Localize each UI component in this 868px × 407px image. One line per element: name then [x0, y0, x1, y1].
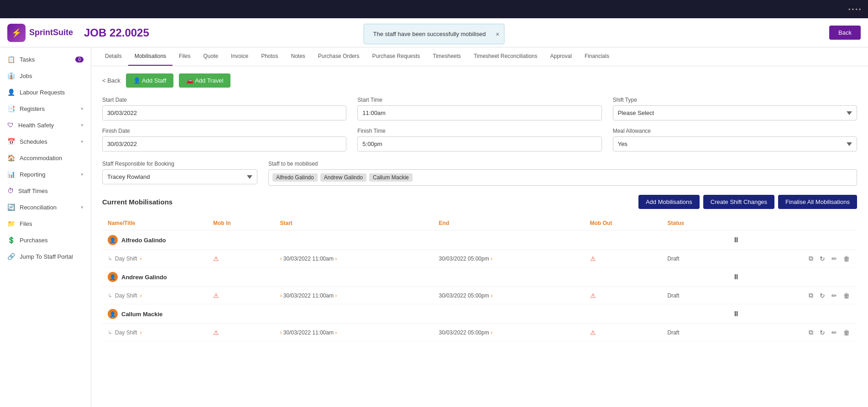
- refresh-button-0-0[interactable]: ↻: [818, 254, 827, 263]
- create-shift-changes-button[interactable]: Create Shift Changes: [703, 195, 774, 209]
- status-cell: Draft: [662, 287, 727, 304]
- sidebar-item-reporting[interactable]: 📊 Reporting ▾: [0, 166, 91, 183]
- reconciliation-chevron: ▾: [81, 204, 84, 210]
- reporting-icon: 📊: [7, 171, 15, 178]
- meal-allowance-select[interactable]: Yes: [613, 136, 857, 151]
- form-actions: < Back 👤 Add Staff 🚗 Add Travel: [102, 73, 857, 88]
- tab-approval[interactable]: Approval: [544, 47, 578, 66]
- jump-staff-portal-icon: 🔗: [7, 253, 15, 260]
- mob-out-warning-icon: ⚠: [590, 255, 596, 262]
- meal-allowance-label: Meal Allowance: [613, 128, 857, 134]
- delete-button-0-0[interactable]: 🗑: [842, 254, 852, 263]
- sidebar-item-registers[interactable]: 📑 Registers ▾: [0, 100, 91, 117]
- edit-button-0-0[interactable]: ✏: [830, 254, 839, 263]
- health-safety-chevron: ▾: [81, 122, 84, 128]
- sidebar-item-jobs[interactable]: 👔 Jobs: [0, 68, 91, 84]
- staff-responsible-label: Staff Responsible for Booking: [102, 161, 257, 167]
- finish-time-input[interactable]: [357, 136, 601, 151]
- shift-indent-arrow: ↳: [108, 292, 112, 299]
- staff-avatar-icon: 👤: [108, 272, 118, 282]
- shift-row-actions: ⧉ ↻ ✏ 🗑: [727, 324, 858, 341]
- copy-button-0-0[interactable]: ⧉: [807, 254, 815, 263]
- delete-button-2-0[interactable]: 🗑: [842, 328, 852, 337]
- sidebar-item-files[interactable]: 📁 Files: [0, 215, 91, 232]
- back-button-top[interactable]: Back: [829, 26, 861, 40]
- end-cell: 30/03/2022 05:00pm ›: [434, 324, 585, 341]
- col-actions: [727, 216, 858, 230]
- add-mobilisations-button[interactable]: Add Mobilisations: [638, 195, 700, 209]
- add-staff-button[interactable]: 👤 Add Staff: [126, 73, 173, 88]
- edit-button-2-0[interactable]: ✏: [830, 328, 839, 337]
- jobs-icon: 👔: [7, 72, 15, 79]
- schedules-chevron: ▾: [81, 139, 84, 145]
- start-chevron: ›: [280, 292, 282, 299]
- sidebar-item-labour-requests[interactable]: 👤 Labour Requests: [0, 84, 91, 100]
- schedules-icon: 📅: [7, 138, 15, 145]
- tab-purchase-requests[interactable]: Purchase Requests: [366, 47, 427, 66]
- finish-date-input[interactable]: [102, 136, 346, 151]
- shift-chevron-right: ›: [140, 329, 142, 336]
- notification-close[interactable]: ×: [496, 31, 499, 38]
- tab-details[interactable]: Details: [99, 47, 128, 66]
- start-time-input[interactable]: [357, 105, 601, 120]
- delete-button-1-0[interactable]: 🗑: [842, 291, 852, 300]
- section-actions: Add Mobilisations Create Shift Changes F…: [638, 195, 857, 209]
- col-name: Name/Title: [102, 216, 208, 230]
- mob-in-warning-icon: ⚠: [213, 255, 219, 262]
- mob-out-cell: ⚠: [585, 324, 662, 341]
- staff-avatar-icon: 👤: [108, 309, 118, 319]
- tab-mobilisations[interactable]: Mobilisations: [128, 47, 173, 66]
- end-chevron: ›: [491, 292, 492, 299]
- staff-name-cell: 👤 Callum Mackie: [102, 304, 727, 324]
- sidebar-item-reconciliation[interactable]: 🔄 Reconciliation ▾: [0, 199, 91, 215]
- refresh-button-2-0[interactable]: ↻: [818, 328, 827, 337]
- sidebar-item-accommodation[interactable]: 🏠 Accommodation: [0, 150, 91, 166]
- tab-timesheet-reconciliations[interactable]: Timesheet Reconciliations: [467, 47, 544, 66]
- shift-type-select[interactable]: Please Select: [613, 105, 857, 120]
- job-title: JOB 22.0025: [84, 26, 149, 39]
- tab-invoice[interactable]: Invoice: [225, 47, 255, 66]
- tab-files[interactable]: Files: [173, 47, 197, 66]
- staff-responsible-group: Staff Responsible for Booking Tracey Row…: [102, 161, 257, 186]
- sidebar-label-jump-staff-portal: Jump To Staff Portal: [20, 253, 84, 260]
- sidebar-item-tasks[interactable]: 📋 Tasks 0: [0, 51, 91, 68]
- refresh-button-1-0[interactable]: ↻: [818, 291, 827, 300]
- start-chevron: ›: [280, 256, 282, 262]
- add-travel-button[interactable]: 🚗 Add Travel: [179, 73, 230, 88]
- pause-button-1[interactable]: ⏸: [732, 273, 740, 281]
- staff-responsible-select[interactable]: Tracey Rowland: [102, 169, 257, 184]
- end-datetime: 30/03/2022 05:00pm: [439, 256, 489, 262]
- sidebar-item-health-safety[interactable]: 🛡 Health Safety ▾: [0, 117, 91, 133]
- tab-purchase-orders[interactable]: Purchase Orders: [312, 47, 366, 66]
- sidebar-item-staff-times[interactable]: ⏱ Staff Times: [0, 183, 91, 199]
- tasks-badge: 0: [75, 57, 84, 63]
- registers-icon: 📑: [7, 105, 15, 112]
- start-date-input[interactable]: [102, 105, 346, 120]
- list-item: ↳ Day Shift › ⚠ › 30/03/2022 11:00am › 3…: [102, 250, 857, 267]
- tab-financials[interactable]: Financials: [578, 47, 616, 66]
- sidebar-item-purchases[interactable]: 💲 Purchases: [0, 232, 91, 248]
- tab-quote[interactable]: Quote: [197, 47, 225, 66]
- copy-button-2-0[interactable]: ⧉: [807, 328, 815, 337]
- tab-notes[interactable]: Notes: [285, 47, 312, 66]
- staff-avatar-icon: 👤: [108, 235, 118, 245]
- sidebar-item-jump-staff-portal[interactable]: 🔗 Jump To Staff Portal: [0, 248, 91, 265]
- start-datetime: 30/03/2022 11:00am: [283, 292, 334, 299]
- staff-tags-area[interactable]: Alfredo Galindo Andrew Galindo Callum Ma…: [268, 169, 857, 186]
- start-datetime: 30/03/2022 11:00am: [283, 329, 334, 336]
- finalise-all-mobilisations-button[interactable]: Finalise All Mobilisations: [778, 195, 857, 209]
- mob-in-warning-icon: ⚠: [213, 292, 219, 299]
- sidebar-label-tasks: Tasks: [20, 56, 71, 63]
- pause-button-0[interactable]: ⏸: [732, 236, 740, 244]
- copy-button-1-0[interactable]: ⧉: [807, 291, 815, 300]
- shift-chevron-right: ›: [140, 256, 142, 262]
- tab-photos[interactable]: Photos: [255, 47, 284, 66]
- edit-button-1-0[interactable]: ✏: [830, 291, 839, 300]
- sidebar: 📋 Tasks 0 👔 Jobs 👤 Labour Requests 📑 Reg…: [0, 47, 91, 407]
- back-link[interactable]: < Back: [102, 77, 120, 84]
- mob-in-cell: ⚠: [208, 287, 275, 304]
- table-row: 👤 Andrew Galindo ⏸: [102, 267, 857, 287]
- pause-button-2[interactable]: ⏸: [732, 310, 740, 318]
- tab-timesheets[interactable]: Timesheets: [426, 47, 467, 66]
- sidebar-item-schedules[interactable]: 📅 Schedules ▾: [0, 133, 91, 150]
